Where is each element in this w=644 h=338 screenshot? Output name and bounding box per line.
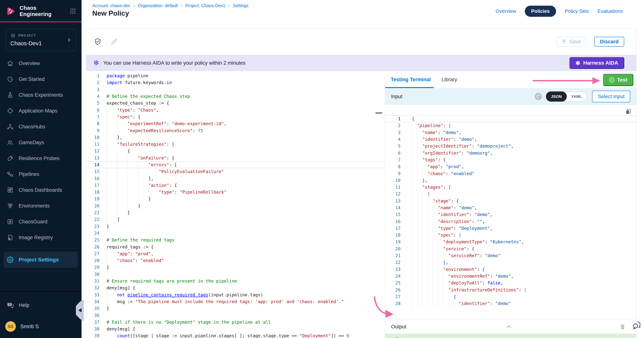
- code-line[interactable]: 24: [86, 230, 385, 237]
- code-line[interactable]: 2import future.keywords.in: [86, 79, 385, 86]
- code-line[interactable]: 21 }: [86, 209, 385, 216]
- code-line[interactable]: 36: [86, 312, 385, 318]
- tab-testing-terminal[interactable]: Testing Terminal: [391, 77, 431, 83]
- breadcrumb-link[interactable]: Project: Chaos-Dev1: [185, 3, 225, 8]
- code-line[interactable]: 1{: [385, 115, 636, 122]
- breadcrumb-link[interactable]: Account: chaos-dev: [92, 3, 130, 8]
- code-line[interactable]: 29}: [86, 264, 385, 271]
- code-line[interactable]: 12 {: [385, 191, 636, 197]
- code-line[interactable]: 2 "pipeline": {: [385, 122, 636, 129]
- help-button[interactable]: ? Help: [7, 302, 30, 309]
- code-line[interactable]: 34 msg := "The pipeline must include the…: [86, 298, 385, 305]
- sidebar-item-application-maps[interactable]: Application Maps: [0, 103, 82, 119]
- code-line[interactable]: 13 "onFailure": {: [86, 155, 385, 161]
- code-line[interactable]: 11 "failureStrategies": [: [86, 141, 385, 148]
- policy-code-editor[interactable]: 1package pipeline2import future.keywords…: [86, 71, 385, 338]
- code-line[interactable]: 10 },: [86, 134, 385, 141]
- nav-policy-sets[interactable]: Policy Sets: [565, 8, 589, 14]
- chevron-up-icon[interactable]: [506, 323, 512, 330]
- code-line[interactable]: 16 "description": "",: [385, 218, 636, 225]
- nav-overview[interactable]: Overview: [496, 8, 516, 14]
- edit-pencil-icon[interactable]: [110, 38, 118, 46]
- code-line[interactable]: 6 "orgIdentifier": "demoorg",: [385, 150, 636, 156]
- sidebar-item-image-registry[interactable]: Image Registry: [0, 230, 82, 245]
- code-line[interactable]: 20 }: [86, 202, 385, 209]
- code-line[interactable]: 18 "spec": {: [385, 232, 636, 238]
- code-line[interactable]: 14 "errors": [: [86, 161, 385, 168]
- breadcrumb-link[interactable]: Organization: default: [138, 3, 178, 8]
- code-line[interactable]: 4 "identifier": "demo",: [385, 136, 636, 143]
- code-line[interactable]: 19 "deploymentType": "Kubernetes",: [385, 238, 636, 245]
- test-button[interactable]: Test: [603, 74, 633, 86]
- code-line[interactable]: 28 "chaos": "enabled": [86, 257, 385, 264]
- code-line[interactable]: 15 "PolicyEvaluationFailure": [86, 168, 385, 175]
- code-line[interactable]: 31# Ensure required tags are present in …: [86, 278, 385, 284]
- code-line[interactable]: 25# Define the required tags: [86, 237, 385, 243]
- code-line[interactable]: 15 "identifier": "demo",: [385, 211, 636, 218]
- nav-policies[interactable]: Policies: [525, 6, 556, 17]
- format-option-yaml[interactable]: YAML: [566, 94, 587, 99]
- code-line[interactable]: 14 "name": "demo",: [385, 204, 636, 211]
- copy-icon[interactable]: [625, 108, 632, 115]
- code-line[interactable]: 28 "identifier": "demo": [385, 300, 636, 307]
- code-line[interactable]: 39 count([stage | stage := input.pipelin…: [86, 332, 385, 338]
- save-button[interactable]: Save: [556, 37, 586, 46]
- format-paint-icon[interactable]: [535, 93, 542, 100]
- sidebar-item-chaos-dashboards[interactable]: Chaos Dashboards: [0, 182, 82, 198]
- sidebar-item-overview[interactable]: Overview: [0, 56, 82, 71]
- code-line[interactable]: 4# Define the expected Chaos step: [86, 93, 385, 100]
- code-line[interactable]: 24 "environmentRef": "demo",: [385, 273, 636, 279]
- code-line[interactable]: 9 "chaos": "enabled": [385, 170, 636, 177]
- sidebar-item-get-started[interactable]: Get Started: [0, 71, 82, 87]
- code-line[interactable]: 10 },: [385, 177, 636, 184]
- code-line[interactable]: 27 {: [385, 293, 636, 300]
- code-line[interactable]: 8 "app": "prod",: [385, 163, 636, 170]
- format-toggle[interactable]: JSON YAML: [546, 92, 587, 101]
- code-line[interactable]: 26 "infrastructureDefinitions": [: [385, 286, 636, 293]
- sidebar-item-chaos-experiments[interactable]: Chaos Experiments: [0, 87, 82, 103]
- code-line[interactable]: 5expected_chaos_step := {: [86, 100, 385, 107]
- harness-aida-button[interactable]: ✻ Harness AIDA: [570, 57, 624, 69]
- code-line[interactable]: 21 "serviceRef": "demo": [385, 252, 636, 259]
- code-line[interactable]: 5 "projectIdentifier": "demoproject",: [385, 143, 636, 150]
- code-line[interactable]: 17 "type": "Deployment",: [385, 225, 636, 232]
- nav-evaluations[interactable]: Evaluations: [598, 8, 623, 14]
- code-line[interactable]: 1package pipeline: [86, 72, 385, 79]
- code-line[interactable]: 32deny[msg] {: [86, 284, 385, 291]
- code-line[interactable]: 23}: [86, 223, 385, 230]
- code-line[interactable]: 17 "action": {: [86, 182, 385, 189]
- code-line[interactable]: 12 {: [86, 148, 385, 154]
- sidebar-item-chaosguard[interactable]: ChaosGuard: [0, 214, 82, 230]
- input-json-editor[interactable]: 1{2 "pipeline": {3 "name": "demo",4 "ide…: [385, 115, 636, 307]
- code-line[interactable]: 27 "app": "prod",: [86, 250, 385, 257]
- code-line[interactable]: 25 "deployToAll": false,: [385, 279, 636, 286]
- select-input-button[interactable]: Select Input: [592, 91, 630, 102]
- code-line[interactable]: 30: [86, 271, 385, 278]
- code-line[interactable]: 11 "stages": [: [385, 184, 636, 191]
- code-line[interactable]: 38deny[msg] {: [86, 325, 385, 332]
- sidebar-item-resilience-probes[interactable]: Resilience Probes: [0, 150, 82, 166]
- tab-library[interactable]: Library: [442, 77, 457, 83]
- sidebar-item-chaoshubs[interactable]: ChaosHubs: [0, 119, 82, 135]
- code-line[interactable]: 7 "spec": {: [86, 114, 385, 120]
- sidebar-item-environments[interactable]: Environments: [0, 198, 82, 214]
- breadcrumb-link[interactable]: Settings: [233, 3, 248, 8]
- sidebar-item-project-settings[interactable]: Project Settings: [4, 252, 78, 268]
- format-option-json[interactable]: JSON: [546, 91, 567, 102]
- sidebar-item-gamedays[interactable]: GameDays: [0, 135, 82, 150]
- user-menu[interactable]: SS Smriti S: [5, 321, 39, 332]
- code-line[interactable]: 22 ]: [86, 216, 385, 223]
- code-line[interactable]: 13 "stage": {: [385, 198, 636, 204]
- app-grid-icon[interactable]: [70, 8, 76, 15]
- trash-icon[interactable]: [619, 323, 626, 330]
- chat-bubbles-icon[interactable]: [632, 320, 642, 330]
- project-selector[interactable]: PROJECT Chaos-Dev1: [6, 29, 76, 51]
- code-line[interactable]: 16 ],: [86, 175, 385, 182]
- code-line[interactable]: 37# Fail if there is no "Deployment" sta…: [86, 319, 385, 325]
- code-line[interactable]: 8 "experimentRef": "demo-experiment-id",: [86, 120, 385, 127]
- code-line[interactable]: 22 },: [385, 259, 636, 266]
- code-line[interactable]: 7 "tags": {: [385, 156, 636, 163]
- code-line[interactable]: 3: [86, 86, 385, 93]
- code-line[interactable]: 6 "type": "Chaos",: [86, 107, 385, 113]
- code-line[interactable]: 33 not pipeline_contains_required_tags(i…: [86, 291, 385, 298]
